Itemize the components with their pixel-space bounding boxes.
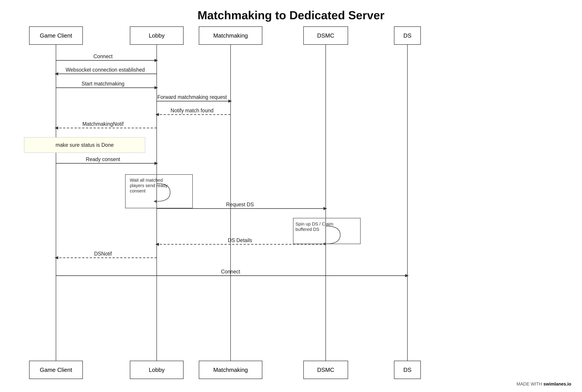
svg-text:Forward matchmaking request: Forward matchmaking request: [157, 94, 227, 100]
lifeline-box-dsmc-top: DSMC: [303, 26, 348, 45]
svg-marker-29: [154, 200, 157, 203]
svg-marker-12: [155, 86, 158, 89]
lifeline-box-lobby-top: Lobby: [130, 26, 184, 45]
svg-rect-28: [125, 174, 193, 208]
svg-marker-41: [155, 243, 159, 246]
svg-marker-15: [228, 100, 232, 103]
svg-text:Notify match found: Notify match found: [171, 108, 214, 114]
svg-text:Wait all matched: Wait all matched: [130, 178, 163, 182]
svg-text:Spin up DS / Claim: Spin up DS / Claim: [295, 222, 333, 226]
svg-marker-26: [155, 162, 158, 165]
svg-text:make sure status is Done: make sure status is Done: [56, 142, 114, 148]
svg-text:Request DS: Request DS: [226, 202, 254, 208]
lifeline-box-ds-top: DS: [394, 26, 421, 45]
lifeline-box-gc-top: Game Client: [29, 26, 83, 45]
lifeline-box-dsmc-bottom: DSMC: [303, 361, 348, 379]
lifeline-box-gc-bottom: Game Client: [29, 361, 83, 379]
lifeline-box-mm-bottom: Matchmaking: [199, 361, 262, 379]
credit: MADE WITH swimlanes.io: [517, 382, 571, 387]
svg-text:Start matchmaking: Start matchmaking: [82, 81, 125, 86]
svg-text:Websocket connection establish: Websocket connection established: [66, 67, 145, 73]
svg-marker-21: [55, 126, 58, 130]
svg-text:Connect: Connect: [93, 54, 113, 59]
svg-text:MatchmakingNotif: MatchmakingNotif: [82, 121, 124, 127]
lifeline-box-ds-bottom: DS: [394, 361, 421, 379]
svg-marker-6: [155, 59, 158, 62]
svg-text:Ready consent: Ready consent: [86, 156, 120, 162]
lifeline-box-lobby-bottom: Lobby: [130, 361, 184, 379]
svg-text:consent: consent: [130, 188, 146, 193]
lifeline-box-mm-top: Matchmaking: [199, 26, 262, 45]
svg-marker-44: [55, 256, 58, 259]
svg-marker-37: [323, 242, 326, 246]
svg-text:Connect: Connect: [221, 269, 240, 274]
svg-marker-47: [405, 274, 409, 277]
svg-marker-34: [323, 207, 327, 210]
svg-rect-23: [24, 138, 145, 152]
svg-text:DS Details: DS Details: [228, 238, 252, 243]
svg-text:players send ready: players send ready: [130, 183, 168, 188]
svg-rect-36: [293, 218, 360, 244]
svg-marker-9: [55, 72, 58, 76]
svg-marker-18: [155, 113, 159, 116]
diagram-title: Matchmaking to Dedicated Server: [0, 0, 582, 22]
svg-text:buffered DS: buffered DS: [295, 227, 319, 232]
svg-text:DSNotif: DSNotif: [94, 251, 112, 257]
